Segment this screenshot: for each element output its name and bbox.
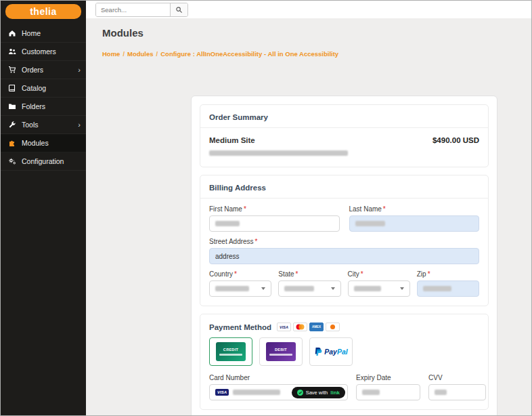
visa-icon: VISA bbox=[277, 323, 291, 331]
required-marker: * bbox=[383, 205, 386, 213]
amex-icon: AMEX bbox=[309, 323, 324, 331]
chevron-down-icon bbox=[400, 287, 404, 290]
required-marker: * bbox=[296, 270, 298, 278]
search-button[interactable] bbox=[170, 3, 187, 16]
last-name-field[interactable] bbox=[349, 215, 480, 232]
sidebar-item-label: Orders bbox=[22, 66, 43, 74]
redacted-value bbox=[355, 221, 385, 226]
sidebar-item-label: Folders bbox=[22, 102, 45, 110]
sidebar-item-customers[interactable]: Customers bbox=[1, 43, 86, 61]
redacted-value bbox=[284, 286, 314, 291]
breadcrumb-separator: / bbox=[156, 50, 158, 58]
save-with-link-button[interactable]: Save with link bbox=[292, 387, 345, 398]
sidebar-item-label: Home bbox=[22, 29, 41, 37]
order-item-name: Medium Site bbox=[209, 136, 348, 144]
street-label: Street Address* bbox=[209, 238, 479, 245]
gears-icon bbox=[8, 157, 16, 165]
country-group: Country* bbox=[209, 270, 271, 297]
chevron-right-icon: › bbox=[78, 66, 81, 74]
required-marker: * bbox=[244, 205, 246, 213]
topbar bbox=[86, 1, 531, 19]
sidebar: thelia Home Customers Orders › Catalog bbox=[1, 1, 86, 415]
app-window: thelia Home Customers Orders › Catalog bbox=[0, 0, 532, 416]
first-name-label: First Name* bbox=[209, 205, 340, 213]
order-price: $490.00 USD bbox=[433, 136, 479, 144]
sidebar-item-configuration[interactable]: Configuration bbox=[1, 152, 86, 171]
cvv-label: CVV bbox=[428, 374, 486, 381]
search-input[interactable] bbox=[96, 3, 170, 16]
folder-icon bbox=[8, 102, 16, 110]
customers-icon bbox=[8, 47, 16, 56]
redacted-card-number bbox=[233, 390, 280, 395]
expiry-field[interactable] bbox=[356, 384, 420, 400]
sidebar-item-catalog[interactable]: Catalog bbox=[1, 79, 86, 98]
sidebar-item-label: Customers bbox=[22, 47, 56, 56]
credit-card-option[interactable]: CREDIT bbox=[209, 337, 252, 366]
debit-card-graphic: DEBIT bbox=[266, 342, 296, 361]
country-select[interactable] bbox=[209, 280, 271, 297]
redacted-order-detail bbox=[209, 150, 348, 156]
discover-icon bbox=[326, 323, 340, 331]
breadcrumb-modules[interactable]: Modules bbox=[127, 50, 154, 58]
breadcrumb-current: Configure : AllInOneAccessibility - All … bbox=[160, 50, 338, 58]
puzzle-icon bbox=[8, 139, 16, 147]
required-marker: * bbox=[255, 238, 258, 245]
chevron-down-icon bbox=[261, 287, 265, 290]
city-group: City* bbox=[348, 270, 410, 297]
debit-card-option[interactable]: DEBIT bbox=[259, 337, 303, 366]
sidebar-item-tools[interactable]: Tools › bbox=[1, 116, 86, 134]
wrench-icon bbox=[8, 121, 16, 129]
street-address-input[interactable] bbox=[209, 248, 479, 264]
card-number-label: Card Number bbox=[209, 374, 348, 381]
redacted-value bbox=[362, 390, 380, 395]
last-name-group: Last Name* bbox=[349, 205, 480, 232]
state-label: State* bbox=[278, 270, 340, 278]
last-name-label: Last Name* bbox=[349, 205, 480, 213]
paypal-option[interactable]: PayPal bbox=[309, 337, 353, 366]
breadcrumb: Home/Modules/Configure : AllInOneAccessi… bbox=[102, 50, 531, 58]
sidebar-nav: Home Customers Orders › Catalog Folders bbox=[1, 24, 86, 171]
mastercard-icon bbox=[293, 323, 307, 331]
required-marker: * bbox=[428, 270, 430, 278]
sidebar-item-label: Tools bbox=[22, 121, 39, 129]
order-summary-heading: Order Summary bbox=[209, 113, 479, 121]
order-summary-panel: Order Summary Medium Site $490.00 USD bbox=[200, 104, 489, 167]
required-marker: * bbox=[361, 270, 363, 278]
card-brand-icons: VISA AMEX bbox=[277, 323, 340, 331]
sidebar-item-orders[interactable]: Orders › bbox=[1, 61, 86, 79]
search-box bbox=[95, 3, 188, 17]
cvv-field[interactable] bbox=[428, 384, 486, 400]
country-label: Country* bbox=[209, 270, 271, 278]
redacted-value bbox=[423, 286, 451, 291]
sidebar-item-label: Configuration bbox=[22, 157, 64, 165]
billing-address-panel: Billing Address First Name* Last Name* S… bbox=[200, 175, 489, 306]
redacted-value bbox=[215, 221, 240, 226]
expiry-group: Expiry Date bbox=[356, 374, 420, 400]
credit-card-graphic: CREDIT bbox=[216, 342, 246, 361]
first-name-field[interactable] bbox=[209, 215, 340, 232]
visa-badge: VISA bbox=[215, 389, 229, 396]
zip-group: Zip* bbox=[417, 270, 479, 297]
main-content: Modules Home/Modules/Configure : AllInOn… bbox=[86, 18, 531, 415]
checkout-card: Order Summary Medium Site $490.00 USD Bi… bbox=[191, 96, 497, 415]
zip-field[interactable] bbox=[417, 280, 479, 297]
state-select[interactable] bbox=[278, 280, 340, 297]
chevron-right-icon: › bbox=[78, 121, 81, 129]
thelia-logo[interactable]: thelia bbox=[5, 4, 81, 19]
breadcrumb-home[interactable]: Home bbox=[102, 50, 120, 58]
sidebar-item-modules[interactable]: Modules bbox=[1, 134, 86, 152]
required-marker: * bbox=[234, 270, 237, 278]
sidebar-item-home[interactable]: Home bbox=[1, 24, 86, 43]
search-icon bbox=[175, 6, 183, 14]
city-select[interactable] bbox=[348, 280, 410, 297]
cart-icon bbox=[8, 66, 16, 74]
sidebar-item-folders[interactable]: Folders bbox=[1, 98, 86, 116]
first-name-group: First Name* bbox=[209, 205, 340, 232]
state-group: State* bbox=[278, 270, 340, 297]
breadcrumb-separator: / bbox=[123, 50, 125, 58]
card-number-field[interactable]: VISA Save with link bbox=[209, 384, 348, 400]
street-group: Street Address* bbox=[209, 238, 479, 264]
billing-heading: Billing Address bbox=[209, 184, 479, 192]
card-number-group: Card Number VISA Save with link bbox=[209, 374, 348, 400]
city-label: City* bbox=[348, 270, 410, 278]
